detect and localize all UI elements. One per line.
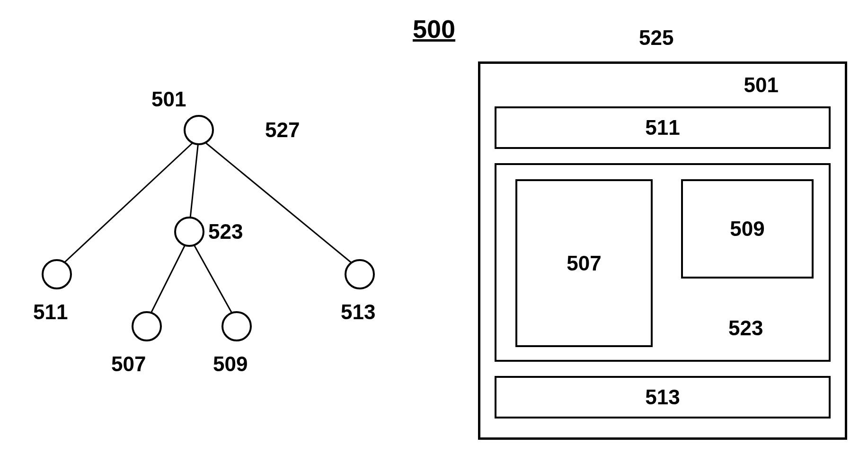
layout-box-523: 507 509 523 xyxy=(495,163,831,362)
edge-root-to-511 xyxy=(57,137,199,270)
layout-511-label: 511 xyxy=(645,116,680,139)
node-523 xyxy=(175,218,204,246)
layout-523-label: 523 xyxy=(728,316,763,340)
layout-509-label: 509 xyxy=(730,217,764,241)
layout-501-label: 501 xyxy=(744,73,779,97)
node-509 xyxy=(222,312,251,340)
node-511 xyxy=(43,260,71,288)
layout-box-513: 513 xyxy=(495,376,831,418)
layout-box-501: 501 511 507 509 523 513 xyxy=(478,61,847,440)
node-513 xyxy=(345,260,374,288)
tree-leaf-513-label: 513 xyxy=(341,300,375,324)
tree-root-label: 501 xyxy=(151,87,186,111)
layout-box-509: 509 xyxy=(681,179,814,279)
layout-box-507: 507 xyxy=(515,179,653,347)
tree-outer-label: 527 xyxy=(265,118,300,142)
tree-leaf-507-label: 507 xyxy=(111,352,146,376)
layout-507-label: 507 xyxy=(567,252,601,275)
edge-523-to-509 xyxy=(189,236,237,322)
node-507 xyxy=(133,312,161,340)
layout-513-label: 513 xyxy=(645,385,680,409)
tree-diagram: 501 527 523 511 513 507 509 xyxy=(19,85,407,416)
figure-title: 500 xyxy=(413,14,455,44)
node-501 xyxy=(185,116,213,144)
edge-root-to-523 xyxy=(189,137,199,227)
edge-523-to-507 xyxy=(147,236,189,322)
tree-leaf-511-label: 511 xyxy=(33,300,68,324)
tree-leaf-509-label: 509 xyxy=(213,352,248,376)
tree-middle-label: 523 xyxy=(208,220,243,244)
layout-outer-label: 525 xyxy=(639,26,673,50)
layout-box-511: 511 xyxy=(495,106,831,149)
edge-root-to-513 xyxy=(199,137,360,270)
